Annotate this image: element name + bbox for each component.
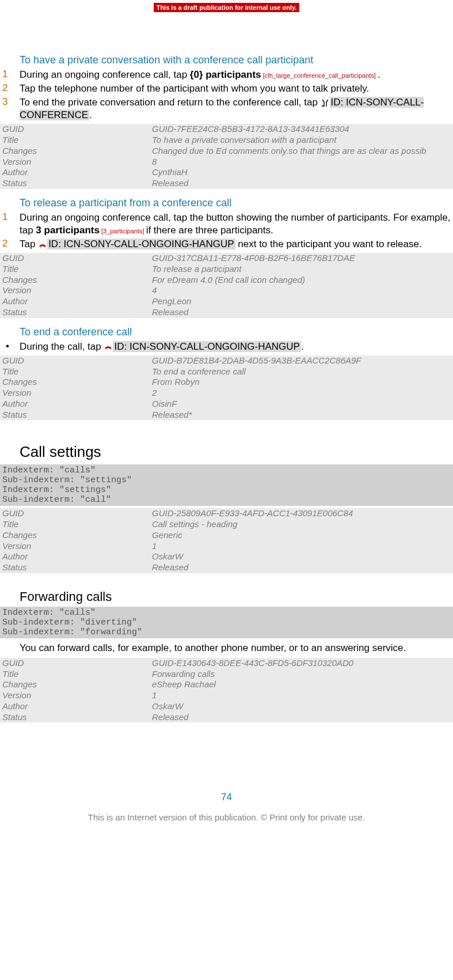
merge-calls-icon <box>321 99 330 108</box>
draft-banner: This is a draft publication for internal… <box>0 0 453 14</box>
heading: Call settings <box>20 443 453 461</box>
meta-table: GUIDGUID-E1430643-8DEE-443C-8FD5-6DF3103… <box>0 658 453 723</box>
indexterm-block: Indexterm: "calls" Sub-indexterm: "setti… <box>0 464 453 506</box>
step-text: During an ongoing conference call, tap {… <box>20 69 453 81</box>
meta-table: GUIDGUID-7FEE24C8-B5B3-4172-8A13-343441E… <box>0 124 453 189</box>
icon-id-highlight: ID: ICN-SONY-CALL-ONGOING-HANGUP <box>47 239 235 249</box>
step-1: 1 During an ongoing conference call, tap… <box>0 69 453 81</box>
step-number: 1 <box>0 211 20 223</box>
footer-text: This is an Internet version of this publ… <box>0 812 453 822</box>
draft-banner-text: This is a draft publication for internal… <box>154 3 300 12</box>
step-text: During an ongoing conference call, tap t… <box>20 211 453 237</box>
step-2: 2 Tap ID: ICN-SONY-CALL-ONGOING-HANGUP n… <box>0 238 453 251</box>
page-content: To have a private conversation with a co… <box>0 54 453 839</box>
id-tag: [clh_large_conference_call_participants] <box>261 72 378 79</box>
meta-table: GUIDGUID-25809A0F-E933-4AFD-ACC1-43091E0… <box>0 508 453 573</box>
step-number: 1 <box>0 69 20 80</box>
meta-table: GUIDGUID-B7DE81B4-2DAB-4D55-9A3B-EAACC2C… <box>0 355 453 421</box>
section-title: To end a conference call <box>20 326 453 338</box>
step-number: 2 <box>0 82 20 94</box>
step-bullet: • During the call, tap ID: ICN-SONY-CALL… <box>0 340 453 353</box>
step-text: To end the private conversation and retu… <box>20 96 453 122</box>
section-forwarding-calls: Forwarding calls Indexterm: "calls" Sub-… <box>0 589 453 723</box>
section-title: To release a participant from a conferen… <box>20 197 453 209</box>
indexterm-block: Indexterm: "calls" Sub-indexterm: "diver… <box>0 607 453 638</box>
section-release-participant: To release a participant from a conferen… <box>0 197 453 318</box>
meta-table: GUIDGUID-317CBA11-E778-4F0B-B2F6-16BE76B… <box>0 253 453 318</box>
section-title: To have a private conversation with a co… <box>20 54 453 66</box>
hangup-icon <box>38 240 47 249</box>
body-paragraph: You can forward calls, for example, to a… <box>20 642 453 654</box>
step-text: Tap ID: ICN-SONY-CALL-ONGOING-HANGUP nex… <box>20 238 453 251</box>
heading: Forwarding calls <box>20 589 453 604</box>
page-number: 74 <box>0 792 453 803</box>
bullet-icon: • <box>0 340 20 352</box>
icon-id-highlight: ID: ICN-SONY-CALL-ONGOING-HANGUP <box>113 341 300 352</box>
section-end-conference: To end a conference call • During the ca… <box>0 326 453 421</box>
id-tag: [3_participants] <box>100 228 146 234</box>
section-private-conversation: To have a private conversation with a co… <box>0 54 453 189</box>
step-number: 2 <box>0 238 20 249</box>
step-text: Tap the telephone number of the particip… <box>20 82 453 95</box>
step-number: 3 <box>0 96 20 108</box>
step-1: 1 During an ongoing conference call, tap… <box>0 211 453 237</box>
section-call-settings: Call settings Indexterm: "calls" Sub-ind… <box>0 443 453 573</box>
step-2: 2 Tap the telephone number of the partic… <box>0 82 453 95</box>
step-text: During the call, tap ID: ICN-SONY-CALL-O… <box>20 340 453 353</box>
hangup-icon <box>104 342 113 351</box>
step-3: 3 To end the private conversation and re… <box>0 96 453 122</box>
